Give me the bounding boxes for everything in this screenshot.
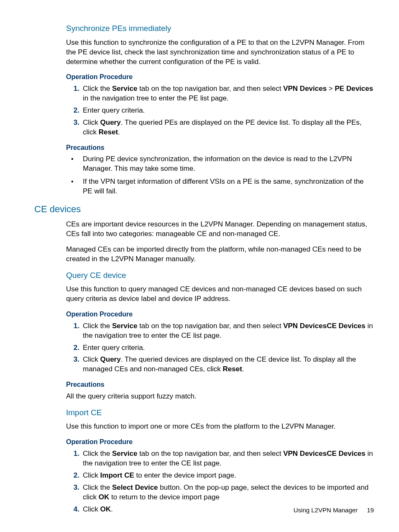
text: Click the xyxy=(83,483,112,491)
bold-text: VPN Devices xyxy=(283,322,327,330)
bold-text: Service xyxy=(112,85,138,93)
bold-text: OK xyxy=(99,493,110,501)
list-item: If the VPN target information of differe… xyxy=(83,177,374,196)
bold-text: Query xyxy=(100,118,121,126)
paragraph: Managed CEs can be imported directly fro… xyxy=(66,245,374,264)
list-item: Click the Service tab on the top navigat… xyxy=(83,321,374,341)
text: Click xyxy=(83,471,100,479)
ordered-list: Click the Service tab on the top navigat… xyxy=(66,449,374,514)
heading-query-ce: Query CE device xyxy=(66,270,374,281)
paragraph: Use this function to synchronize the con… xyxy=(66,38,374,67)
list-item: Enter query criteria. xyxy=(83,343,374,353)
text: Click xyxy=(83,505,100,513)
ordered-list: Click the Service tab on the top navigat… xyxy=(66,84,374,137)
bold-text: Query xyxy=(100,355,121,363)
text: tab on the top navigation bar, and then … xyxy=(137,450,283,457)
bold-text: Reset xyxy=(99,128,118,136)
text: to return to the device import page xyxy=(109,493,220,501)
text: Click xyxy=(83,118,100,126)
paragraph: Use this function to query managed CE de… xyxy=(66,285,374,304)
bold-text: VPN Devices xyxy=(283,85,327,93)
text: . xyxy=(111,505,113,513)
list-item: Click the Service tab on the top navigat… xyxy=(83,449,374,468)
heading-import-ce: Import CE xyxy=(66,407,374,418)
text: . The queried devices are displayed on t… xyxy=(83,355,356,373)
text: Click the xyxy=(83,450,112,457)
bold-text: CE Devices xyxy=(327,322,366,330)
paragraph: All the query criteria support fuzzy mat… xyxy=(66,392,374,401)
bold-text: Reset xyxy=(223,365,242,373)
heading-sync-pes: Synchronize PEs immediately xyxy=(66,23,374,34)
bold-text: Service xyxy=(112,322,138,330)
subheading-precautions: Precautions xyxy=(66,380,374,389)
bold-text: Select Device xyxy=(112,483,158,491)
text: Click the xyxy=(83,322,112,330)
subheading-operation-procedure: Operation Procedure xyxy=(66,437,374,447)
subheading-precautions: Precautions xyxy=(66,143,374,152)
footer-section: Using L2VPN Manager xyxy=(294,506,358,514)
list-item: Click the Service tab on the top navigat… xyxy=(83,84,374,103)
text: . The queried PEs are displayed on the P… xyxy=(83,118,362,136)
list-item: Click the Select Device button. On the p… xyxy=(83,483,374,502)
text: Click the xyxy=(83,85,112,93)
ordered-list: Click the Service tab on the top navigat… xyxy=(66,321,374,375)
text: . xyxy=(242,365,244,373)
page: Synchronize PEs immediately Use this fun… xyxy=(0,0,399,532)
text: tab on the top navigation bar, and then … xyxy=(137,322,283,330)
bold-text: VPN Devices xyxy=(283,450,327,457)
subheading-operation-procedure: Operation Procedure xyxy=(66,72,374,82)
text: tab on the top navigation bar, and then … xyxy=(137,85,283,93)
subheading-operation-procedure: Operation Procedure xyxy=(66,310,374,319)
bold-text: Import CE xyxy=(100,471,134,479)
heading-ce-devices: CE devices xyxy=(34,203,374,216)
page-footer: Using L2VPN Manager 19 xyxy=(294,506,374,514)
bullet-list: During PE device synchronization, the in… xyxy=(66,154,374,196)
bold-text: PE Devices xyxy=(335,85,373,93)
paragraph: CEs are important device resources in th… xyxy=(66,220,374,239)
text: Click xyxy=(83,355,100,363)
bold-text: CE Devices xyxy=(327,450,366,457)
paragraph: Use this function to import one or more … xyxy=(66,422,374,432)
bold-text: Service xyxy=(112,450,138,457)
bold-text: OK xyxy=(100,505,111,513)
text: to enter the device import page. xyxy=(134,471,236,479)
list-item: Click Query. The queried devices are dis… xyxy=(83,355,374,374)
text: > xyxy=(327,85,335,93)
list-item: Click Import CE to enter the device impo… xyxy=(83,471,374,481)
list-item: During PE device synchronization, the in… xyxy=(83,154,374,174)
page-number: 19 xyxy=(367,506,374,514)
text: in the navigation tree to enter the PE l… xyxy=(83,94,229,102)
text: . xyxy=(118,128,120,136)
list-item: Enter query criteria. xyxy=(83,106,374,116)
list-item: Click Query. The queried PEs are display… xyxy=(83,118,374,137)
